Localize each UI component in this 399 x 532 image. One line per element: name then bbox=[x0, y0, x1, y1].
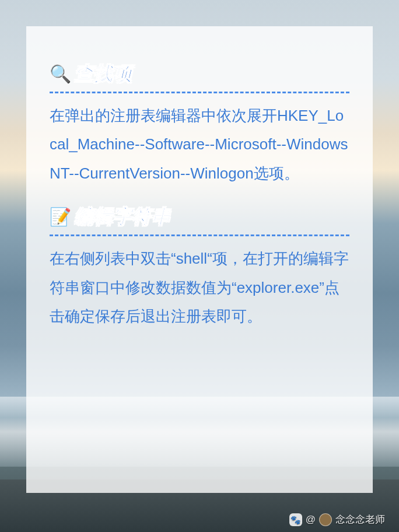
content-card: 🔍 查找项 在弹出的注册表编辑器中依次展开HKEY_Local_Machine-… bbox=[26, 26, 373, 493]
watermark: 🐾 @ 念念念老师 bbox=[289, 513, 385, 526]
body-text-edit: 在右侧列表中双击“shell“项，在打开的编辑字符串窗口中修改数据数值为“exp… bbox=[50, 244, 349, 331]
watermark-at: @ bbox=[306, 514, 316, 526]
section-heading-find: 🔍 查找项 bbox=[50, 61, 349, 87]
divider bbox=[50, 92, 349, 93]
heading-text-edit: 编辑字符串 bbox=[75, 204, 171, 230]
magnifier-icon: 🔍 bbox=[50, 65, 71, 83]
divider bbox=[50, 235, 349, 236]
memo-icon: 📝 bbox=[50, 208, 71, 226]
heading-text-find: 查找项 bbox=[75, 61, 132, 87]
watermark-name: 念念念老师 bbox=[335, 513, 385, 526]
body-text-find: 在弹出的注册表编辑器中依次展开HKEY_Local_Machine--Softw… bbox=[50, 102, 349, 188]
section-heading-edit: 📝 编辑字符串 bbox=[50, 204, 349, 230]
paw-icon: 🐾 bbox=[289, 513, 302, 526]
avatar bbox=[319, 513, 332, 526]
